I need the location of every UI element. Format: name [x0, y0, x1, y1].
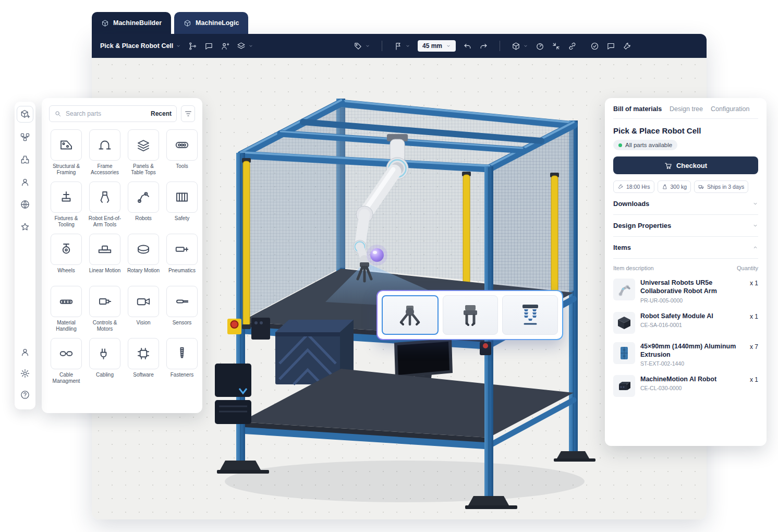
- bom-item-machinemotion[interactable]: MachineMotion AI Robot CE-CL-030-0000 x …: [613, 371, 758, 401]
- tab-label: MachineBuilder: [113, 19, 162, 27]
- add-user-icon[interactable]: [221, 42, 229, 51]
- layers-button[interactable]: [237, 42, 253, 51]
- category-wheels[interactable]: Wheels: [49, 234, 83, 280]
- project-name: Pick & Place Robot Cell: [100, 42, 173, 50]
- tab-configuration[interactable]: Configuration: [711, 105, 749, 113]
- category-fixtures-tooling[interactable]: Fixtures & Tooling: [49, 182, 83, 228]
- weight-icon: [662, 184, 668, 190]
- linear-rail-icon: [97, 241, 113, 257]
- bom-item-robot-arm[interactable]: Universal Robots UR5e Collaborative Robo…: [613, 274, 758, 308]
- category-software[interactable]: Software: [126, 338, 161, 384]
- cart-icon: [664, 162, 672, 170]
- tab-machinelogic[interactable]: MachineLogic: [174, 12, 248, 34]
- category-panels-table-tops[interactable]: Panels & Table Tops: [126, 129, 161, 176]
- link-icon[interactable]: [568, 42, 577, 51]
- solid-view-button[interactable]: [512, 42, 528, 51]
- collapse-icon[interactable]: [552, 42, 561, 51]
- item-quantity: x 1: [750, 312, 758, 320]
- assembly-time-badge: 18:00 Hrs: [613, 180, 654, 193]
- bom-item-safety-module[interactable]: Robot Safety Module AI CE-SA-016-0001 x …: [613, 308, 758, 338]
- end-effector-popup: [376, 290, 563, 340]
- category-sensors[interactable]: Sensors: [165, 286, 199, 332]
- item-quantity: x 1: [750, 375, 758, 383]
- category-robot-eoat[interactable]: Robot End-of-Arm Tools: [88, 182, 122, 228]
- caster-wheel-icon: [58, 241, 74, 257]
- category-structural-framing[interactable]: Structural & Framing: [49, 129, 83, 176]
- category-cabling[interactable]: Cabling: [88, 338, 122, 384]
- rail-item-design[interactable]: [17, 106, 33, 123]
- tag-icon: [354, 42, 362, 51]
- rail-item-plugins[interactable]: [20, 154, 30, 167]
- gripper-icon: [97, 189, 113, 205]
- rail-item-account[interactable]: [20, 177, 30, 189]
- comment-icon[interactable]: [204, 42, 213, 51]
- category-safety[interactable]: Safety: [165, 182, 199, 228]
- rail-item-assemblies[interactable]: [20, 132, 30, 144]
- item-quantity: x 1: [750, 279, 758, 287]
- category-linear-motion[interactable]: Linear Motion: [88, 234, 122, 280]
- comments-icon[interactable]: [606, 42, 615, 51]
- checkout-button[interactable]: Checkout: [613, 156, 758, 174]
- plug-icon: [97, 346, 113, 361]
- filter-button[interactable]: [181, 105, 195, 122]
- globe-icon: [20, 199, 30, 210]
- category-robots[interactable]: Robots: [126, 182, 161, 228]
- robot-arm-thumbnail: [613, 279, 635, 300]
- panels-icon: [136, 137, 151, 153]
- end-effector-option-suction-cup-array[interactable]: [502, 295, 558, 335]
- waypoint-button[interactable]: [394, 42, 410, 51]
- project-selector[interactable]: Pick & Place Robot Cell: [100, 42, 181, 50]
- category-material-handling[interactable]: Material Handling: [49, 286, 83, 332]
- redo-icon[interactable]: [479, 42, 488, 51]
- category-frame-accessories[interactable]: Frame Accessories: [88, 129, 122, 176]
- waypoint-icon: [394, 42, 403, 51]
- section-design-properties[interactable]: Design Properties: [613, 215, 758, 237]
- extrusion-thumbnail: [613, 342, 635, 364]
- tab-design-tree[interactable]: Design tree: [670, 105, 703, 113]
- chevron-down-icon: [365, 43, 370, 49]
- conveyor-icon: [58, 294, 74, 309]
- parallel-gripper-icon: [456, 303, 484, 328]
- rail-item-help[interactable]: [20, 390, 30, 402]
- category-cable-management[interactable]: Cable Managment: [49, 338, 83, 384]
- structural-framing-icon: [58, 137, 74, 153]
- recent-filter[interactable]: Recent: [151, 110, 172, 117]
- category-fasteners[interactable]: Fasteners: [165, 338, 199, 384]
- tab-label: MachineLogic: [196, 19, 239, 27]
- end-effector-option-parallel-gripper[interactable]: [443, 295, 499, 335]
- category-controls-motors[interactable]: Controls & Motors: [88, 286, 122, 332]
- search-input[interactable]: [65, 110, 148, 118]
- category-vision[interactable]: Vision: [126, 286, 161, 332]
- robot-arm-icon: [136, 189, 151, 205]
- fixtures-icon: [58, 189, 74, 205]
- rail-item-settings[interactable]: [20, 368, 30, 381]
- tab-bill-of-materials[interactable]: Bill of materials: [613, 105, 662, 113]
- motor-icon: [97, 294, 113, 309]
- check-circle-icon[interactable]: [590, 42, 599, 51]
- rail-item-profile[interactable]: [20, 347, 30, 359]
- section-items[interactable]: Items: [613, 237, 758, 259]
- category-tools[interactable]: Tools: [165, 129, 199, 176]
- window-tabs: MachineBuilder MachineLogic: [92, 12, 707, 34]
- measure-icon[interactable]: [536, 42, 544, 51]
- section-downloads[interactable]: Downloads: [613, 193, 758, 215]
- bom-item-aluminum-extrusion[interactable]: 45×90mm (1440mm) Aluminum Extrusion ST-E…: [613, 338, 758, 371]
- tag-button[interactable]: [354, 42, 370, 51]
- person-icon: [20, 177, 30, 187]
- end-effector-option-three-finger-gripper[interactable]: [382, 295, 439, 335]
- chevron-down-icon: [523, 43, 528, 49]
- weight-badge: 300 kg: [658, 180, 691, 193]
- dimension-selector[interactable]: 45 mm: [418, 40, 456, 52]
- category-pneumatics[interactable]: Pneumatics: [165, 234, 199, 280]
- search-parts-box[interactable]: Recent: [49, 105, 177, 122]
- rail-item-favorites[interactable]: [20, 222, 30, 234]
- hierarchy-icon[interactable]: [188, 42, 197, 51]
- undo-icon[interactable]: [463, 42, 472, 51]
- bom-panel: Bill of materials Design tree Configurat…: [605, 98, 767, 446]
- category-rotary-motion[interactable]: Rotary Motion: [126, 234, 161, 280]
- rail-item-community[interactable]: [20, 199, 30, 212]
- wrench-icon[interactable]: [623, 42, 631, 51]
- availability-badge: All parts available: [613, 140, 677, 150]
- toolbar-divider: [500, 41, 500, 51]
- tab-machinebuilder[interactable]: MachineBuilder: [92, 12, 171, 34]
